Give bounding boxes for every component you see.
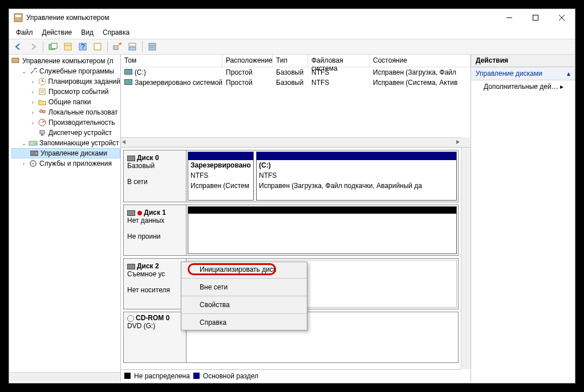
tree-devmgr[interactable]: Диспетчер устройст — [11, 128, 120, 138]
volume-icon — [124, 79, 132, 85]
toolbar-icon-7[interactable] — [145, 40, 159, 54]
col-status[interactable]: Состояние — [370, 55, 471, 67]
users-icon — [38, 108, 47, 117]
svg-rect-15 — [129, 43, 136, 46]
legend-swatch-black — [124, 373, 131, 379]
partition-reserved[interactable]: ЗарезервированоNTFSИсправен (Систем — [188, 152, 254, 201]
svg-text:?: ? — [81, 43, 85, 51]
menu-help[interactable]: Справка — [99, 27, 133, 38]
disk0-type: Базовый — [127, 162, 155, 170]
folder-icon — [38, 97, 47, 107]
svg-rect-18 — [149, 47, 156, 50]
svg-rect-8 — [64, 43, 71, 50]
window-title: Управление компьютером — [26, 14, 109, 22]
partition-unallocated[interactable] — [188, 206, 457, 254]
volume-row[interactable]: Зарезервировано системой Простой Базовый… — [121, 77, 471, 88]
actions-more[interactable]: Дополнительные дей… ▸ — [471, 80, 575, 93]
event-icon — [38, 87, 47, 96]
disk2-line2: Съемное ус — [127, 270, 165, 278]
tree-scheduler[interactable]: ›Планировщик заданий — [11, 76, 120, 87]
actions-section[interactable]: Управление дисками ▴ — [471, 67, 575, 80]
disk1-line3: Не проини — [127, 232, 161, 240]
computer-icon — [11, 56, 21, 66]
svg-rect-7 — [51, 43, 57, 48]
help-icon[interactable]: ? — [76, 40, 90, 54]
legend-unallocated: Не распределена — [134, 372, 190, 380]
actions-title: Действия — [471, 55, 575, 67]
tree-services[interactable]: ›Службы и приложения — [11, 158, 120, 169]
toolbar-icon-6[interactable] — [125, 40, 139, 54]
svg-rect-30 — [40, 130, 44, 134]
menu-file[interactable]: Файл — [13, 27, 36, 38]
disk-0[interactable]: Диск 0 Базовый В сети ЗарезервированоNTF… — [123, 150, 459, 202]
svg-rect-19 — [12, 58, 19, 63]
disk1-title: Диск 1 — [144, 209, 166, 217]
close-button[interactable] — [549, 9, 575, 26]
nav-tree: Управление компьютером (л ⌄Служебные про… — [9, 55, 121, 382]
svg-point-37 — [33, 163, 34, 165]
maximize-button[interactable] — [522, 9, 549, 26]
app-icon — [14, 13, 23, 22]
tree-diskmgmt[interactable]: Управление дисками — [11, 148, 120, 158]
menu-view[interactable]: Вид — [78, 27, 97, 38]
toolbar: ? — [9, 39, 575, 55]
tree-shares[interactable]: ›Общие папки — [11, 97, 120, 107]
col-volume[interactable]: Том — [121, 55, 222, 67]
disk1-line2: Нет данных — [127, 217, 164, 224]
clock-icon — [38, 77, 47, 86]
hdd-icon — [127, 264, 135, 270]
svg-point-35 — [36, 153, 38, 154]
svg-rect-13 — [95, 44, 100, 49]
tree-storage[interactable]: ⌄Запоминающие устройст — [11, 138, 120, 148]
chevron-right-icon: ▸ — [560, 83, 563, 91]
device-icon — [38, 128, 47, 137]
tree-users[interactable]: ›Локальные пользоват — [11, 107, 120, 117]
svg-rect-3 — [533, 15, 538, 21]
toolbar-icon-2[interactable] — [61, 40, 75, 54]
cdrom-title: CD-ROM 0 — [136, 314, 169, 322]
svg-rect-23 — [39, 89, 45, 95]
toolbar-icon-4[interactable] — [91, 40, 104, 54]
partition-c[interactable]: (C:)NTFSИсправен (Загрузка, Файл подкачк… — [256, 152, 457, 201]
minimize-button[interactable] — [496, 9, 522, 26]
disk-1[interactable]: Диск 1 Нет данных Не проини — [123, 205, 459, 256]
forward-button[interactable] — [26, 40, 40, 54]
volume-list-scrollbar[interactable] — [121, 137, 461, 147]
svg-point-26 — [40, 110, 43, 113]
svg-rect-1 — [15, 15, 21, 17]
col-type[interactable]: Тип — [273, 55, 308, 67]
tree-eventviewer[interactable]: ›Просмотр событий — [11, 87, 120, 97]
col-layout[interactable]: Расположение — [222, 55, 273, 67]
actions-pane: Действия Управление дисками ▴ Дополнител… — [471, 55, 575, 382]
legend-swatch-blue — [193, 373, 200, 379]
volume-row[interactable]: (C:) Простой Базовый NTFS Исправен (Загр… — [121, 67, 471, 77]
legend-primary: Основной раздел — [203, 372, 258, 380]
ctx-initialize-disk[interactable]: Инициализировать диск — [181, 262, 307, 277]
disk0-title: Диск 0 — [137, 154, 159, 162]
disk2-title: Диск 2 — [137, 262, 159, 270]
ctx-help[interactable]: Справка — [181, 315, 307, 330]
ctx-offline[interactable]: Вне сети — [181, 280, 307, 295]
ctx-properties[interactable]: Свойства — [181, 297, 307, 312]
col-fs[interactable]: Файловая система — [308, 55, 370, 67]
error-icon — [137, 211, 142, 215]
disk2-line3: Нет носителя — [127, 286, 170, 294]
svg-point-33 — [35, 143, 36, 144]
tree-system-tools[interactable]: ⌄Служебные программы — [11, 66, 120, 76]
svg-rect-32 — [29, 141, 37, 145]
svg-rect-14 — [113, 46, 118, 50]
tree-perf[interactable]: ›Производительность — [11, 117, 120, 128]
services-icon — [29, 159, 38, 168]
toolbar-icon-1[interactable] — [46, 40, 60, 54]
toolbar-icon-5[interactable] — [111, 40, 124, 54]
tree-root[interactable]: Управление компьютером (л — [11, 56, 120, 66]
menu-action[interactable]: Действие — [39, 27, 76, 38]
disk-graphic-scrollbar[interactable] — [461, 148, 471, 369]
cdrom-icon — [127, 315, 134, 322]
volume-list: Том Расположение Тип Файловая система Со… — [121, 55, 471, 148]
tree-horizontal-scrollbar[interactable] — [9, 372, 120, 382]
tools-icon — [29, 67, 38, 76]
titlebar: Управление компьютером — [9, 9, 575, 26]
hdd-icon — [127, 210, 135, 216]
back-button[interactable] — [11, 40, 25, 54]
